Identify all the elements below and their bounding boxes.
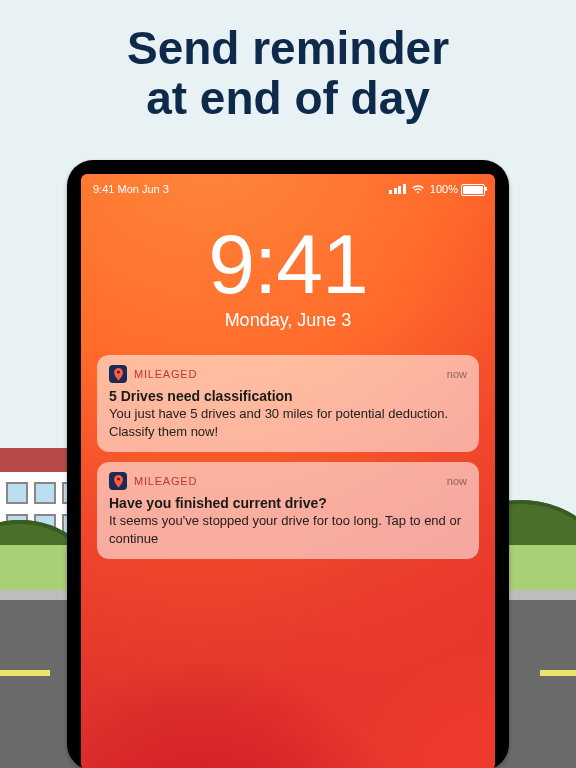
battery-full-icon — [461, 184, 485, 196]
notification-title: 5 Drives need classification — [109, 388, 467, 404]
notification-card[interactable]: MILEAGED now 5 Drives need classificatio… — [97, 355, 479, 452]
lock-screen[interactable]: 9:41 Mon Jun 3 100% 9:41 Monday, June 3 — [81, 174, 495, 768]
battery-indicator: 100% — [430, 183, 485, 196]
wifi-icon — [411, 184, 425, 194]
notification-list: MILEAGED now 5 Drives need classificatio… — [97, 355, 479, 559]
notification-app-name: MILEAGED — [134, 475, 197, 487]
notification-body: It seems you've stopped your drive for t… — [109, 512, 467, 547]
notification-body: You just have 5 drives and 30 miles for … — [109, 405, 467, 440]
promo-headline-line1: Send reminder — [0, 24, 576, 74]
tablet-frame: 9:41 Mon Jun 3 100% 9:41 Monday, June 3 — [67, 160, 509, 768]
status-bar: 9:41 Mon Jun 3 100% — [81, 174, 495, 200]
promo-headline: Send reminder at end of day — [0, 24, 576, 123]
map-pin-icon — [109, 472, 127, 490]
map-pin-icon — [109, 365, 127, 383]
notification-timeago: now — [447, 475, 467, 487]
notification-app-name: MILEAGED — [134, 368, 197, 380]
svg-point-0 — [117, 370, 120, 373]
cellular-signal-icon — [389, 184, 406, 194]
lock-clock: 9:41 Monday, June 3 — [81, 222, 495, 331]
promo-stage: Send reminder at end of day 9:41 Mon Jun… — [0, 0, 576, 768]
status-time-date: 9:41 Mon Jun 3 — [93, 183, 169, 195]
notification-title: Have you finished current drive? — [109, 495, 467, 511]
notification-timeago: now — [447, 368, 467, 380]
battery-percent-label: 100% — [430, 183, 458, 195]
notification-card[interactable]: MILEAGED now Have you finished current d… — [97, 462, 479, 559]
lock-time: 9:41 — [81, 222, 495, 306]
promo-headline-line2: at end of day — [0, 74, 576, 124]
svg-point-1 — [117, 477, 120, 480]
lock-date: Monday, June 3 — [81, 310, 495, 331]
